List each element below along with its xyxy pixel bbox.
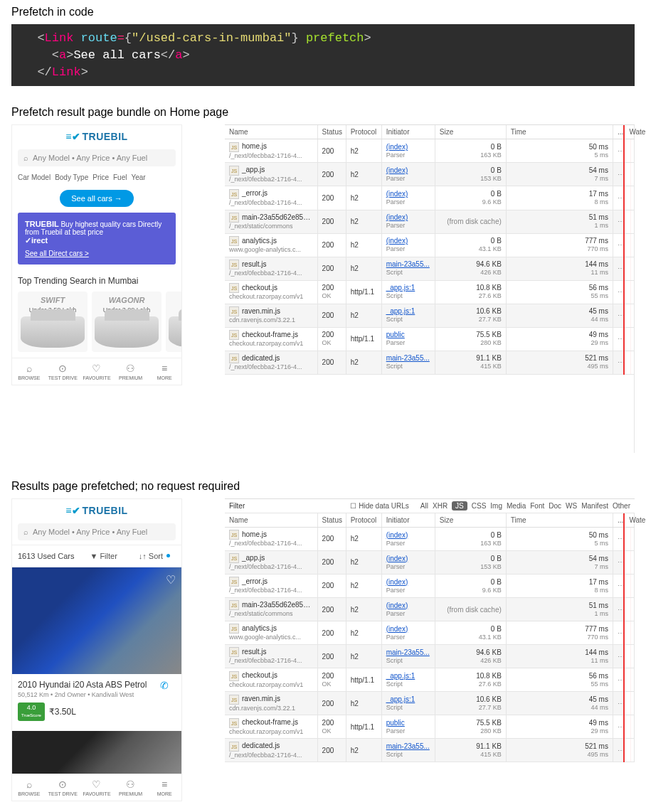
filter-option[interactable]: Body Type bbox=[55, 173, 88, 181]
row-menu[interactable]: ⋯ bbox=[613, 139, 624, 163]
col-size[interactable]: Size bbox=[435, 125, 506, 139]
initiator-link[interactable]: (index) bbox=[386, 190, 408, 198]
row-menu[interactable]: ⋯ bbox=[613, 280, 624, 304]
initiator-link[interactable]: (index) bbox=[386, 625, 408, 633]
initiator-link[interactable]: (index) bbox=[386, 237, 408, 245]
nav-premium[interactable]: ⚇PREMIUM bbox=[114, 774, 148, 801]
row-menu[interactable]: ⋯ bbox=[613, 645, 624, 668]
col-status[interactable]: Status bbox=[317, 513, 346, 528]
network-row[interactable]: JSresult.js/_next/0fecbba2-1716-4... 200… bbox=[225, 645, 635, 668]
network-row[interactable]: JS_error.js/_next/0fecbba2-1716-4... 200… bbox=[225, 574, 635, 597]
row-menu[interactable]: ⋯ bbox=[613, 550, 624, 574]
row-menu[interactable]: ⋯ bbox=[613, 304, 624, 327]
nav-favourite[interactable]: ♡FAVOURITE bbox=[80, 358, 114, 385]
initiator-link[interactable]: _app.js:1 bbox=[386, 695, 415, 703]
initiator-link[interactable]: public bbox=[386, 719, 405, 727]
search-input[interactable]: ⌕ Any Model • Any Price • Any Fuel bbox=[18, 149, 176, 166]
initiator-link[interactable]: main-23a55... bbox=[386, 742, 430, 750]
filter-tab-all[interactable]: All bbox=[420, 502, 428, 510]
row-menu[interactable]: ⋯ bbox=[613, 692, 624, 715]
network-row[interactable]: JSanalytics.jswww.google-analytics.c... … bbox=[225, 621, 635, 645]
initiator-link[interactable]: main-23a55... bbox=[386, 260, 430, 268]
nav-test drive[interactable]: ⊙TEST DRIVE bbox=[46, 358, 80, 385]
nav-favourite[interactable]: ♡FAVOURITE bbox=[80, 774, 114, 801]
network-row[interactable]: JSmain-23a55d62e85daea.../_next/static/c… bbox=[225, 210, 635, 233]
initiator-link[interactable]: (index) bbox=[386, 555, 408, 562]
col-menu[interactable]: ... bbox=[613, 513, 624, 528]
initiator-link[interactable]: main-23a55... bbox=[386, 354, 430, 362]
network-row[interactable]: JSmain-23a55d62e85daea.../_next/static/c… bbox=[225, 598, 635, 621]
row-menu[interactable]: ⋯ bbox=[613, 163, 624, 186]
favorite-icon[interactable]: ♡ bbox=[12, 731, 19, 739]
network-row[interactable]: JSdedicated.js/_next/0fecbba2-1716-4... … bbox=[225, 351, 635, 374]
network-row[interactable]: JS_error.js/_next/0fecbba2-1716-4... 200… bbox=[225, 186, 635, 210]
col-status[interactable]: Status bbox=[317, 125, 346, 139]
network-row[interactable]: JSanalytics.jswww.google-analytics.c... … bbox=[225, 233, 635, 257]
col-size[interactable]: Size bbox=[435, 513, 506, 528]
row-menu[interactable]: ⋯ bbox=[613, 668, 624, 692]
network-row[interactable]: JScheckout.jscheckout.razorpay.com/v1 20… bbox=[225, 280, 635, 304]
row-menu[interactable]: ⋯ bbox=[613, 186, 624, 210]
row-menu[interactable]: ⋯ bbox=[613, 233, 624, 257]
hide-data-urls-checkbox[interactable]: ☐ Hide data URLs bbox=[350, 502, 408, 510]
filter-tab-font[interactable]: Font bbox=[530, 502, 544, 510]
network-row[interactable]: JScheckout-frame.jscheckout.razorpay.com… bbox=[225, 327, 635, 351]
car-listing[interactable]: ♡ 2010 Hyundai i20 Asta ABS Petrol✆ 50,5… bbox=[12, 567, 181, 774]
row-menu[interactable]: ⋯ bbox=[613, 327, 624, 351]
filter-tab-xhr[interactable]: XHR bbox=[433, 502, 448, 510]
favorite-icon[interactable]: ♡ bbox=[166, 573, 176, 587]
col-initiator[interactable]: Initiator bbox=[381, 125, 435, 139]
initiator-link[interactable]: (index) bbox=[386, 166, 408, 174]
network-row[interactable]: JShome.js/_next/0fecbba2-1716-4... 200 h… bbox=[225, 527, 635, 550]
col-initiator[interactable]: Initiator bbox=[381, 513, 435, 528]
search-input[interactable]: ⌕ Any Model • Any Price • Any Fuel bbox=[18, 523, 176, 540]
nav-test drive[interactable]: ⊙TEST DRIVE bbox=[46, 774, 80, 801]
filter-tab-doc[interactable]: Doc bbox=[549, 502, 561, 510]
see-all-cars-button[interactable]: See all cars → bbox=[60, 190, 134, 207]
initiator-link[interactable]: (index) bbox=[386, 602, 408, 609]
sort-button[interactable]: ↓↑Sort bbox=[133, 550, 176, 562]
network-row[interactable]: JShome.js/_next/0fecbba2-1716-4... 200 h… bbox=[225, 139, 635, 163]
direct-link[interactable]: See all Direct cars > bbox=[25, 250, 169, 257]
trending-card[interactable]: WAGONRUnder 3.00 Lakh bbox=[92, 292, 162, 352]
filter-tab-js[interactable]: JS bbox=[452, 501, 467, 511]
filter-tab-manifest[interactable]: Manifest bbox=[581, 502, 608, 510]
network-row[interactable]: JS_app.js/_next/0fecbba2-1716-4... 200 h… bbox=[225, 550, 635, 574]
initiator-link[interactable]: main-23a55... bbox=[386, 648, 430, 656]
network-row[interactable]: JS_app.js/_next/0fecbba2-1716-4... 200 h… bbox=[225, 163, 635, 186]
col-protocol[interactable]: Protocol bbox=[346, 513, 381, 528]
nav-more[interactable]: ≡MORE bbox=[147, 774, 181, 801]
row-menu[interactable]: ⋯ bbox=[613, 739, 624, 762]
initiator-link[interactable]: (index) bbox=[386, 531, 408, 539]
filter-option[interactable]: Car Model bbox=[18, 173, 51, 181]
nav-browse[interactable]: ⌕BROWSE bbox=[12, 774, 46, 801]
col-time[interactable]: Time bbox=[506, 125, 613, 139]
row-menu[interactable]: ⋯ bbox=[613, 715, 624, 739]
network-row[interactable]: JScheckout-frame.jscheckout.razorpay.com… bbox=[225, 715, 635, 739]
col-name[interactable]: Name bbox=[225, 125, 317, 139]
row-menu[interactable]: ⋯ bbox=[613, 351, 624, 374]
filter-option[interactable]: Price bbox=[92, 173, 109, 181]
filter-tab-other[interactable]: Other bbox=[613, 502, 630, 510]
col-menu[interactable]: ... bbox=[613, 125, 624, 139]
col-name[interactable]: Name bbox=[225, 513, 317, 528]
filter-tab-img[interactable]: Img bbox=[490, 502, 502, 510]
col-waterfall[interactable]: Wate bbox=[624, 125, 634, 139]
network-row[interactable]: JScheckout.jscheckout.razorpay.com/v1 20… bbox=[225, 668, 635, 692]
initiator-link[interactable]: _app.js:1 bbox=[386, 284, 415, 292]
phone-icon[interactable]: ✆ bbox=[160, 680, 169, 691]
filter-tab-media[interactable]: Media bbox=[507, 502, 526, 510]
row-menu[interactable]: ⋯ bbox=[613, 210, 624, 233]
initiator-link[interactable]: (index) bbox=[386, 213, 408, 221]
initiator-link[interactable]: _app.js:1 bbox=[386, 672, 415, 680]
network-row[interactable]: JSdedicated.js/_next/0fecbba2-1716-4... … bbox=[225, 739, 635, 762]
initiator-link[interactable]: (index) bbox=[386, 143, 408, 151]
filter-tab-ws[interactable]: WS bbox=[566, 502, 577, 510]
initiator-link[interactable]: public bbox=[386, 331, 405, 338]
row-menu[interactable]: ⋯ bbox=[613, 257, 624, 280]
trending-card[interactable]: D.Unde bbox=[166, 292, 181, 352]
filter-button[interactable]: ▼Filter bbox=[84, 550, 122, 562]
col-protocol[interactable]: Protocol bbox=[346, 125, 381, 139]
nav-more[interactable]: ≡MORE bbox=[147, 358, 181, 385]
nav-premium[interactable]: ⚇PREMIUM bbox=[114, 358, 148, 385]
